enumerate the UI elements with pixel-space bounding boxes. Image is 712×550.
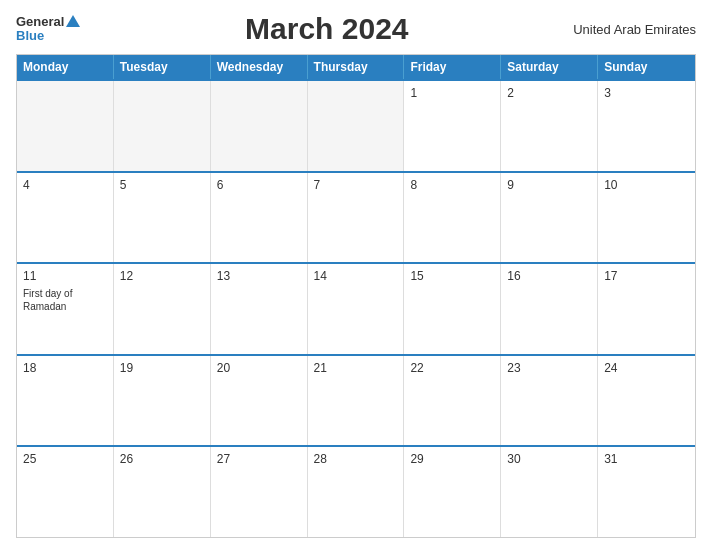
day-number: 18 <box>23 361 107 375</box>
day-cell-w2-d1: 4 <box>17 173 114 263</box>
day-cell-w3-d1: 11First day of Ramadan <box>17 264 114 354</box>
day-cell-w3-d3: 13 <box>211 264 308 354</box>
day-number: 4 <box>23 178 107 192</box>
calendar-title: March 2024 <box>80 12 573 46</box>
logo-blue-text: Blue <box>16 29 44 43</box>
day-number: 16 <box>507 269 591 283</box>
day-number: 9 <box>507 178 591 192</box>
day-number: 27 <box>217 452 301 466</box>
day-number: 6 <box>217 178 301 192</box>
day-number: 10 <box>604 178 689 192</box>
col-sunday: Sunday <box>598 55 695 79</box>
calendar: Monday Tuesday Wednesday Thursday Friday… <box>16 54 696 538</box>
calendar-header: Monday Tuesday Wednesday Thursday Friday… <box>17 55 695 79</box>
header: General Blue March 2024 United Arab Emir… <box>16 12 696 46</box>
day-number: 22 <box>410 361 494 375</box>
day-cell-w4-d7: 24 <box>598 356 695 446</box>
calendar-body: 1234567891011First day of Ramadan1213141… <box>17 79 695 537</box>
page: General Blue March 2024 United Arab Emir… <box>0 0 712 550</box>
week-row-3: 11First day of Ramadan121314151617 <box>17 262 695 354</box>
day-cell-w3-d5: 15 <box>404 264 501 354</box>
col-saturday: Saturday <box>501 55 598 79</box>
day-number: 2 <box>507 86 591 100</box>
week-row-4: 18192021222324 <box>17 354 695 446</box>
day-number: 24 <box>604 361 689 375</box>
week-row-2: 45678910 <box>17 171 695 263</box>
day-cell-w5-d5: 29 <box>404 447 501 537</box>
day-number: 13 <box>217 269 301 283</box>
col-friday: Friday <box>404 55 501 79</box>
day-cell-w5-d7: 31 <box>598 447 695 537</box>
day-number: 20 <box>217 361 301 375</box>
col-wednesday: Wednesday <box>211 55 308 79</box>
logo-triangle-icon <box>66 15 80 27</box>
country-label: United Arab Emirates <box>573 22 696 37</box>
col-tuesday: Tuesday <box>114 55 211 79</box>
day-cell-w3-d2: 12 <box>114 264 211 354</box>
day-number: 12 <box>120 269 204 283</box>
day-cell-w4-d4: 21 <box>308 356 405 446</box>
day-number: 31 <box>604 452 689 466</box>
week-row-1: 123 <box>17 79 695 171</box>
day-number: 25 <box>23 452 107 466</box>
day-number: 15 <box>410 269 494 283</box>
day-cell-w4-d3: 20 <box>211 356 308 446</box>
day-number: 30 <box>507 452 591 466</box>
day-number: 8 <box>410 178 494 192</box>
day-cell-w1-d5: 1 <box>404 81 501 171</box>
day-number: 21 <box>314 361 398 375</box>
day-event: First day of Ramadan <box>23 287 107 313</box>
day-number: 23 <box>507 361 591 375</box>
day-cell-w5-d6: 30 <box>501 447 598 537</box>
day-cell-w2-d5: 8 <box>404 173 501 263</box>
day-cell-w1-d1 <box>17 81 114 171</box>
col-monday: Monday <box>17 55 114 79</box>
day-number: 11 <box>23 269 107 283</box>
day-cell-w3-d7: 17 <box>598 264 695 354</box>
day-number: 5 <box>120 178 204 192</box>
day-cell-w3-d6: 16 <box>501 264 598 354</box>
day-cell-w5-d4: 28 <box>308 447 405 537</box>
day-cell-w3-d4: 14 <box>308 264 405 354</box>
day-cell-w4-d1: 18 <box>17 356 114 446</box>
day-number: 1 <box>410 86 494 100</box>
day-cell-w1-d3 <box>211 81 308 171</box>
day-cell-w1-d6: 2 <box>501 81 598 171</box>
day-number: 7 <box>314 178 398 192</box>
week-row-5: 25262728293031 <box>17 445 695 537</box>
day-number: 28 <box>314 452 398 466</box>
day-cell-w2-d3: 6 <box>211 173 308 263</box>
day-number: 26 <box>120 452 204 466</box>
logo: General Blue <box>16 15 80 44</box>
day-number: 29 <box>410 452 494 466</box>
day-number: 14 <box>314 269 398 283</box>
day-cell-w4-d6: 23 <box>501 356 598 446</box>
day-cell-w5-d1: 25 <box>17 447 114 537</box>
day-cell-w2-d6: 9 <box>501 173 598 263</box>
day-number: 19 <box>120 361 204 375</box>
day-cell-w1-d2 <box>114 81 211 171</box>
day-cell-w1-d7: 3 <box>598 81 695 171</box>
day-cell-w4-d2: 19 <box>114 356 211 446</box>
col-thursday: Thursday <box>308 55 405 79</box>
day-cell-w1-d4 <box>308 81 405 171</box>
day-number: 3 <box>604 86 689 100</box>
day-cell-w4-d5: 22 <box>404 356 501 446</box>
day-cell-w2-d2: 5 <box>114 173 211 263</box>
day-cell-w2-d7: 10 <box>598 173 695 263</box>
day-cell-w5-d3: 27 <box>211 447 308 537</box>
day-cell-w2-d4: 7 <box>308 173 405 263</box>
logo-general-text: General <box>16 15 64 29</box>
day-number: 17 <box>604 269 689 283</box>
day-cell-w5-d2: 26 <box>114 447 211 537</box>
